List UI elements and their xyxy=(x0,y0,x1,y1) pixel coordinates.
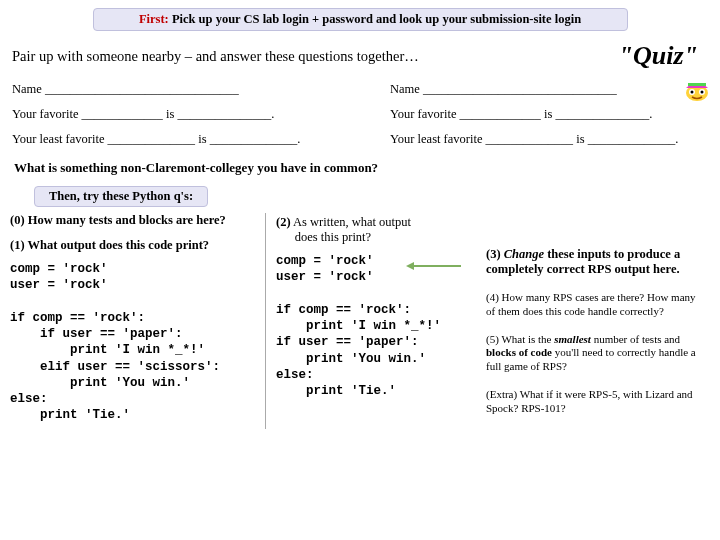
common-question: What is something non-Claremont-collegey… xyxy=(0,154,720,182)
column-left: (0) How many tests and blocks are here? … xyxy=(10,213,265,429)
favorite-line-2: Your favorite _____________ is _________… xyxy=(390,102,708,127)
svg-marker-7 xyxy=(406,262,414,270)
q2-num: (2) xyxy=(276,215,291,229)
q5-blocks: blocks of code xyxy=(486,346,552,358)
arrow-icon xyxy=(406,260,466,272)
pair-instruction: Pair up with someone nearby – and answer… xyxy=(12,48,619,65)
q3-text: (3) Change these inputs to produce a com… xyxy=(486,247,705,277)
banner-rest: Pick up your CS lab login + password and… xyxy=(169,12,581,26)
q2-text: (2) As written, what output does this pr… xyxy=(276,213,474,245)
svg-point-3 xyxy=(691,91,694,94)
form-col-left: Name _______________________________ You… xyxy=(12,77,330,152)
first-banner: First: Pick up your CS lab login + passw… xyxy=(93,8,628,31)
q5-smallest: smallest xyxy=(554,333,591,345)
code-block-1: comp = 'rock' user = 'rock' if comp == '… xyxy=(10,261,259,424)
name-line-2: Name _______________________________ xyxy=(390,77,708,102)
quiz-emoji-icon xyxy=(682,78,712,102)
column-right: (3) Change these inputs to produce a com… xyxy=(480,213,705,429)
form-area: Name _______________________________ You… xyxy=(0,73,720,154)
extra-text: (Extra) What if it were RPS-5, with Liza… xyxy=(486,388,705,416)
code-block-2: comp = 'rock' user = 'rock' if comp == '… xyxy=(276,253,474,399)
least-favorite-line-1: Your least favorite ______________ is __… xyxy=(12,127,330,152)
quiz-title: "Quiz" xyxy=(619,41,708,71)
header-row: Pair up with someone nearby – and answer… xyxy=(0,37,720,73)
q2-line2: does this print? xyxy=(276,230,371,244)
favorite-line-1: Your favorite _____________ is _________… xyxy=(12,102,330,127)
first-word: First: xyxy=(139,12,169,26)
svg-point-5 xyxy=(701,91,704,94)
q5-a: (5) What is the xyxy=(486,333,554,345)
column-middle: (2) As written, what output does this pr… xyxy=(265,213,480,429)
q1-text: (1) What output does this code print? xyxy=(10,238,259,253)
q2-line1: As written, what output xyxy=(291,215,411,229)
name-line-1: Name _______________________________ xyxy=(12,77,330,102)
q3-num: (3) xyxy=(486,247,504,261)
q3-change: Change xyxy=(504,247,544,261)
q5-c: number of tests and xyxy=(591,333,680,345)
questions-columns: (0) How many tests and blocks are here? … xyxy=(0,213,720,429)
q4-text: (4) How many RPS cases are there? How ma… xyxy=(486,291,705,319)
q5-text: (5) What is the smallest number of tests… xyxy=(486,333,705,374)
form-col-right: Name _______________________________ You… xyxy=(390,77,708,152)
least-favorite-line-2: Your least favorite ______________ is __… xyxy=(390,127,708,152)
svg-rect-1 xyxy=(688,83,706,86)
then-pill: Then, try these Python q's: xyxy=(34,186,208,207)
q0-text: (0) How many tests and blocks are here? xyxy=(10,213,259,228)
